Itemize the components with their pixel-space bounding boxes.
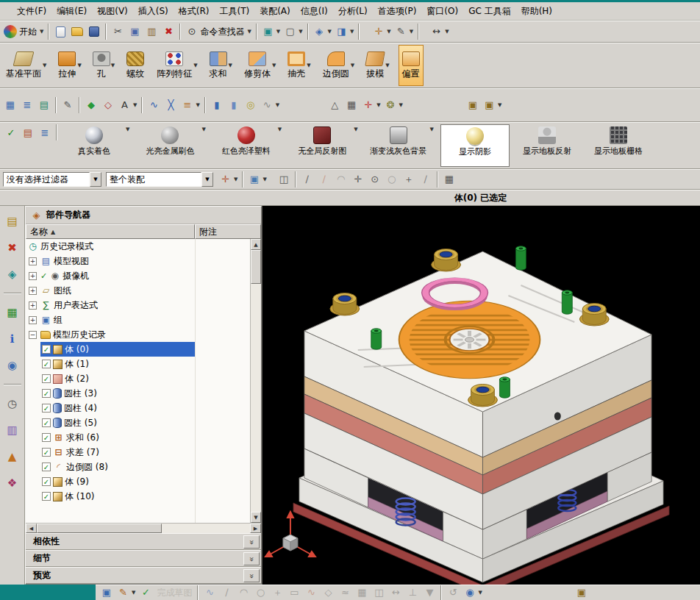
vertical-scroll-thumb[interactable] bbox=[251, 250, 261, 284]
general-selection-icon[interactable]: ✛▼ bbox=[218, 171, 239, 188]
show-floor-grid-button[interactable]: 显示地板栅格 bbox=[585, 124, 652, 167]
endpoint-snap-icon[interactable]: ∕ bbox=[316, 171, 332, 188]
roles-icon[interactable]: ❖ bbox=[4, 475, 21, 491]
section-expand-button[interactable]: » bbox=[243, 535, 260, 549]
reuse-library-icon[interactable]: ▦ bbox=[4, 304, 21, 321]
feature-checkbox[interactable]: ✓ bbox=[42, 389, 51, 398]
menu-item[interactable]: 装配(A) bbox=[254, 3, 296, 20]
dropdown-arrow-icon[interactable]: ▼ bbox=[399, 102, 403, 108]
render-style-icon[interactable]: ◨▼ bbox=[334, 23, 355, 40]
menu-item[interactable]: 工具(T) bbox=[214, 3, 254, 20]
selection-scope-value[interactable]: 整个装配 bbox=[106, 172, 201, 187]
dropdown-arrow-icon[interactable]: ▼ bbox=[247, 29, 251, 35]
vertical-scroll-track[interactable] bbox=[251, 284, 261, 512]
menu-item[interactable]: 编辑(E) bbox=[51, 3, 92, 20]
layer-settings-icon[interactable]: ▤ bbox=[36, 96, 52, 114]
unite-button[interactable]: 求和▼ bbox=[207, 45, 235, 86]
command-finder-button[interactable]: ⊙命令查找器▼ bbox=[184, 23, 252, 40]
tree-item[interactable]: ✓圆柱 (4) bbox=[26, 401, 250, 415]
profile-icon[interactable]: ∿ bbox=[201, 586, 218, 600]
window-icon[interactable]: ▢▼ bbox=[282, 23, 304, 40]
dropdown-arrow-icon[interactable]: ▼ bbox=[276, 102, 279, 108]
grid-snap-icon[interactable]: ▦ bbox=[441, 171, 457, 188]
feature-checkbox[interactable]: ✓ bbox=[42, 492, 51, 501]
measure-icon[interactable]: ↔▼ bbox=[429, 23, 450, 40]
menu-item[interactable]: 分析(L) bbox=[333, 3, 373, 20]
assembly-box2-icon[interactable]: ▣▼ bbox=[482, 96, 503, 114]
feature-checkbox[interactable]: ✓ bbox=[42, 374, 51, 383]
menu-item[interactable]: 文件(F) bbox=[12, 3, 51, 20]
dropdown-arrow-icon[interactable]: ▼ bbox=[234, 176, 238, 182]
dropdown-arrow-icon[interactable]: ▼ bbox=[111, 63, 115, 68]
dropdown-arrow-icon[interactable]: ▼ bbox=[229, 63, 232, 68]
dropdown-arrow-icon[interactable]: ▼ bbox=[478, 590, 482, 596]
dropdown-arrow-icon[interactable]: ▼ bbox=[410, 29, 413, 35]
dropdown-arrow-icon[interactable]: ▼ bbox=[498, 102, 501, 108]
paste-icon[interactable]: ▥ bbox=[143, 23, 160, 40]
style-pencil-icon[interactable]: ✎ bbox=[60, 96, 76, 114]
manufacturing-wizard-icon[interactable]: ▲ bbox=[4, 449, 21, 465]
constraint-icon[interactable]: ⊥ bbox=[404, 586, 421, 600]
graphics-viewport[interactable] bbox=[262, 206, 700, 585]
dropdown-arrow-icon[interactable]: ▼ bbox=[430, 126, 434, 132]
open-icon[interactable] bbox=[69, 23, 85, 40]
process-studio-icon[interactable]: ▥ bbox=[4, 422, 21, 438]
feature-checkbox[interactable]: ✓ bbox=[42, 477, 51, 486]
cut-icon[interactable]: ✂ bbox=[110, 23, 126, 40]
selection-filter-combo[interactable]: 没有选择过滤器 ▼ bbox=[3, 172, 101, 187]
true-shading-button[interactable]: 真实着色▼ bbox=[60, 124, 132, 167]
new-file-icon[interactable] bbox=[52, 23, 68, 40]
assembly-navigator-icon[interactable]: ▤ bbox=[4, 213, 21, 229]
feature-checkbox[interactable]: ✓ bbox=[42, 448, 51, 457]
tree-item[interactable]: ◷历史记录模式 bbox=[26, 239, 250, 254]
tree-item[interactable]: ✓◜边倒圆 (8) bbox=[26, 460, 250, 474]
more-tools-icon[interactable]: ▼ bbox=[421, 586, 438, 600]
feature-checkbox[interactable]: ✓ bbox=[42, 418, 51, 427]
dropdown-arrow-icon[interactable]: ▼ bbox=[262, 176, 266, 182]
tree-item[interactable]: ✓体 (9) bbox=[26, 474, 250, 489]
dropdown-arrow-icon[interactable]: ▼ bbox=[43, 63, 46, 68]
feature-checkbox[interactable]: ✓ bbox=[42, 463, 51, 471]
show-shadow-button[interactable]: 显示阴影 bbox=[440, 124, 510, 167]
apply-check-icon[interactable]: ✓ bbox=[3, 124, 19, 142]
feature-checkbox[interactable]: ✓ bbox=[42, 433, 51, 442]
tree-item[interactable]: ✓体 (10) bbox=[26, 489, 250, 504]
selection-scope-combo[interactable]: 整个装配 ▼ bbox=[106, 172, 213, 187]
collapse-icon[interactable]: − bbox=[29, 331, 37, 339]
tree-item[interactable]: ✓⊟求差 (7) bbox=[26, 445, 250, 460]
tube-icon[interactable]: ◎ bbox=[243, 96, 259, 114]
dropdown-arrow-icon[interactable]: ▼ bbox=[201, 126, 205, 132]
sketch-environment-icon[interactable]: ✎▼ bbox=[115, 586, 137, 600]
tree-item[interactable]: +▱图纸 bbox=[26, 283, 250, 298]
expand-icon[interactable]: + bbox=[29, 316, 37, 324]
feature-checkbox[interactable]: ✓ bbox=[42, 360, 51, 368]
no-global-reflection-button[interactable]: 无全局反射图▼ bbox=[288, 124, 360, 167]
navigator-section-预览[interactable]: 预览» bbox=[26, 567, 261, 584]
tree-item[interactable]: ✓体 (2) bbox=[26, 371, 250, 386]
circle-icon[interactable]: ○ bbox=[252, 586, 268, 600]
menu-item[interactable]: 插入(S) bbox=[133, 3, 174, 20]
dropdown-arrow-icon[interactable]: ▼ bbox=[354, 126, 357, 132]
dropdown-arrow-icon[interactable]: ▼ bbox=[307, 63, 310, 68]
menu-item[interactable]: 格式(R) bbox=[174, 3, 215, 20]
selection-filter-dropdown-icon[interactable]: ▼ bbox=[90, 172, 101, 187]
menu-item[interactable]: 信息(I) bbox=[296, 3, 333, 20]
offset-curve-icon[interactable]: ≈ bbox=[337, 586, 353, 600]
expand-icon[interactable]: + bbox=[29, 287, 37, 295]
tree-item[interactable]: ✓体 (1) bbox=[26, 357, 250, 371]
feature-checkbox[interactable]: ✓ bbox=[42, 345, 51, 354]
dropdown-arrow-icon[interactable]: ▼ bbox=[276, 29, 280, 35]
profile-curve-icon[interactable]: ∿ bbox=[146, 96, 162, 114]
dropdown-arrow-icon[interactable]: ▼ bbox=[77, 63, 81, 68]
sketch-icon[interactable]: ▦ bbox=[2, 96, 18, 114]
line-icon[interactable]: ∕ bbox=[218, 586, 235, 600]
intersect-curve-icon[interactable]: ╳ bbox=[162, 96, 179, 114]
intersection-snap-icon[interactable]: ✛ bbox=[350, 171, 366, 188]
datum-stack-icon[interactable]: ≣ bbox=[19, 96, 35, 114]
task-environment-icon[interactable]: ▣ bbox=[99, 586, 115, 600]
dropdown-arrow-icon[interactable]: ▼ bbox=[126, 126, 129, 132]
hole-button[interactable]: 孔▼ bbox=[90, 45, 117, 86]
scroll-right-icon[interactable]: ▶ bbox=[250, 524, 261, 533]
tree-horizontal-scrollbar[interactable]: ◀ ▶ bbox=[26, 523, 261, 533]
thread-button[interactable]: 螺纹 bbox=[124, 45, 147, 86]
